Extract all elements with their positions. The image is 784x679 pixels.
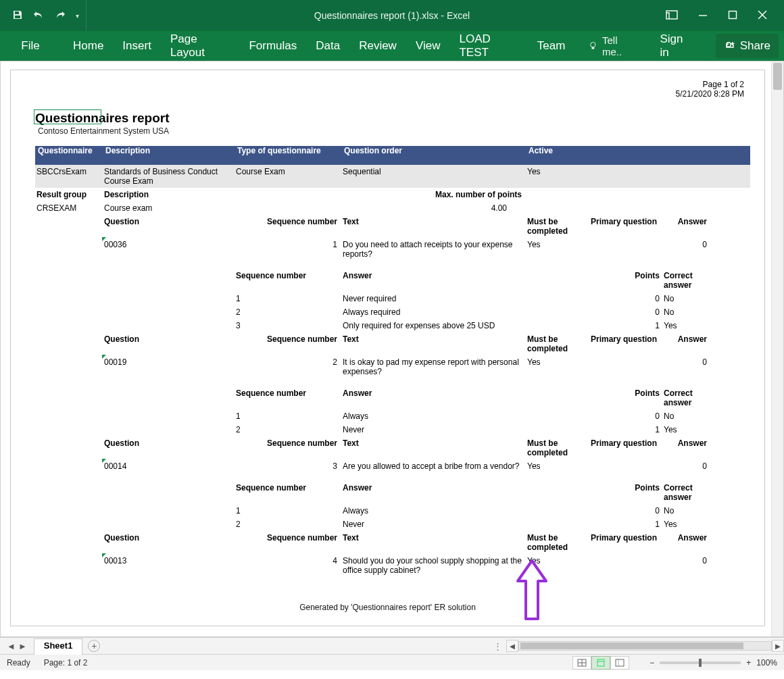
question-must: Yes: [526, 459, 589, 473]
answer-header: Sequence number Answer Points Correct an…: [35, 481, 750, 504]
share-icon: [724, 40, 736, 52]
question-seq: 1: [235, 238, 341, 251]
new-sheet-button[interactable]: +: [88, 640, 100, 652]
tab-data[interactable]: Data: [314, 39, 341, 53]
view-page-layout-icon[interactable]: [591, 656, 610, 670]
col-answer: Answer: [664, 531, 711, 545]
zoom-control[interactable]: − + 100%: [650, 658, 777, 668]
answer-row: 2 Never 1 Yes: [35, 518, 750, 531]
answer-seq: 1: [235, 292, 341, 305]
col-type: Type of questionnaire: [235, 146, 341, 155]
answer-seq: 1: [235, 504, 341, 518]
answer-correct: Yes: [664, 319, 711, 332]
qat-dropdown-icon[interactable]: ▾: [76, 12, 79, 20]
answer-row: 1 Always 0 No: [35, 409, 750, 423]
sheet-tab-strip: ◄ ► Sheet1 + ⋮ ◄ ►: [0, 637, 784, 654]
question-row: 00036 1 Do you need to attach receipts t…: [35, 238, 750, 261]
col-must: Must be completed: [526, 332, 589, 355]
answer-correct: Yes: [664, 518, 711, 531]
answer-text: Never: [341, 518, 526, 531]
col-text: Text: [341, 531, 526, 545]
sign-in-button[interactable]: Sign in: [653, 32, 699, 59]
answer-seq: 3: [235, 319, 341, 332]
tell-me-search[interactable]: Tell me..: [588, 34, 637, 57]
answer-points: 0: [526, 504, 664, 518]
question-ans: 0: [664, 238, 711, 251]
maximize-icon[interactable]: [728, 10, 737, 22]
zoom-in-icon[interactable]: +: [746, 658, 751, 668]
main-desc: Standards of Business Conduct Course Exa…: [103, 165, 235, 188]
col-seq: Sequence number: [235, 332, 341, 346]
minimize-icon[interactable]: [698, 10, 708, 22]
question-text: Do you need to attach receipts to your e…: [341, 238, 526, 261]
redo-icon[interactable]: [54, 9, 66, 22]
vertical-scrollbar[interactable]: [771, 61, 783, 636]
col-correct: Correct answer: [664, 481, 711, 504]
main-code: SBCCrsExam: [35, 165, 103, 178]
col-description: Description: [103, 146, 235, 155]
hscroll-right-icon[interactable]: ►: [772, 640, 784, 652]
view-page-break-icon[interactable]: [610, 656, 629, 670]
rg-code: CRSEXAM: [35, 201, 103, 215]
question-seq: 2: [235, 355, 341, 369]
col-question: Question: [103, 215, 235, 228]
share-button[interactable]: Share: [716, 34, 779, 58]
question-row: 00019 2 It is okay to pad my expense rep…: [35, 355, 750, 378]
col-answer: Answer: [341, 386, 526, 400]
close-icon[interactable]: [758, 10, 767, 22]
col-points: Points: [526, 481, 664, 495]
tab-page-layout[interactable]: Page Layout: [169, 32, 231, 59]
tab-view[interactable]: View: [414, 39, 442, 53]
tab-file[interactable]: File: [0, 31, 61, 61]
answer-text: Always required: [341, 305, 526, 319]
question-ans: 0: [664, 459, 711, 473]
report-body: Questionnaire Description Type of questi…: [35, 146, 750, 585]
sheet-nav-prev-icon[interactable]: ◄: [7, 641, 16, 651]
col-question: Question: [103, 436, 235, 450]
question-id: 00013: [103, 554, 235, 568]
col-order: Question order: [341, 146, 526, 155]
hscroll-left-icon[interactable]: ◄: [506, 640, 518, 652]
sheet-tab[interactable]: Sheet1: [34, 638, 83, 655]
answer-correct: No: [664, 409, 711, 423]
page-header-right: Page 1 of 2 5/21/2020 8:28 PM: [676, 80, 744, 99]
tab-load-test[interactable]: LOAD TEST: [458, 32, 519, 59]
answer-header: Sequence number Answer Points Correct an…: [35, 269, 750, 292]
answer-points: 0: [526, 409, 664, 423]
page-canvas[interactable]: Page 1 of 2 5/21/2020 8:28 PM Questionna…: [10, 70, 765, 626]
lightbulb-icon: [588, 41, 598, 51]
tab-review[interactable]: Review: [358, 39, 398, 53]
ribbon: File Home Insert Page Layout Formulas Da…: [0, 31, 784, 61]
question-header: Question Sequence number Text Must be co…: [35, 436, 750, 459]
col-text: Text: [341, 436, 526, 450]
answer-seq: 2: [235, 518, 341, 531]
zoom-out-icon[interactable]: −: [650, 658, 654, 668]
tab-insert[interactable]: Insert: [121, 39, 153, 53]
main-order: Sequential: [341, 165, 526, 178]
col-points: Points: [526, 386, 664, 400]
questionnaire-row: SBCCrsExam Standards of Business Conduct…: [35, 165, 750, 188]
col-seq: Sequence number: [235, 269, 341, 282]
view-normal-icon[interactable]: [572, 656, 591, 670]
col-seq: Sequence number: [235, 481, 341, 495]
answer-row: 2 Never 1 Yes: [35, 423, 750, 436]
tab-home[interactable]: Home: [72, 39, 105, 53]
ribbon-display-icon[interactable]: [666, 10, 678, 22]
question-header: Question Sequence number Text Must be co…: [35, 332, 750, 355]
print-preview-area: Page 1 of 2 5/21/2020 8:28 PM Questionna…: [0, 61, 784, 637]
tab-formulas[interactable]: Formulas: [247, 39, 298, 53]
col-question: Question: [103, 531, 235, 545]
undo-icon[interactable]: [32, 9, 45, 22]
tab-team[interactable]: Team: [536, 39, 567, 53]
question-header: Question Sequence number Text Must be co…: [35, 215, 750, 238]
status-page: Page: 1 of 2: [44, 658, 88, 668]
question-seq: 4: [235, 554, 341, 568]
save-icon[interactable]: [12, 9, 23, 22]
answer-correct: No: [664, 292, 711, 305]
svg-rect-1: [15, 16, 20, 18]
sheet-nav-next-icon[interactable]: ►: [18, 641, 27, 651]
main-active: Yes: [526, 165, 589, 178]
col-active: Active: [526, 146, 589, 155]
rg-desc: Course exam: [103, 201, 235, 215]
horizontal-scrollbar[interactable]: ⋮ ◄ ►: [493, 640, 784, 652]
